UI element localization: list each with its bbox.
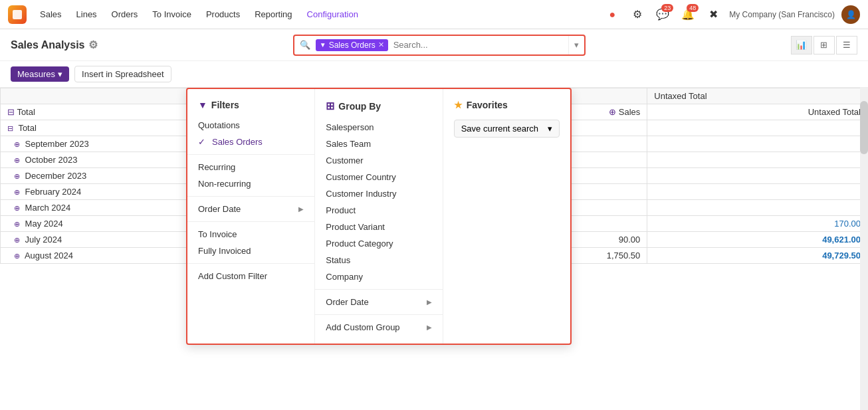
chat-icon-btn[interactable]: 💬 23 <box>653 5 672 24</box>
groupby-product[interactable]: Product <box>315 202 442 219</box>
status-icon-btn[interactable]: ● <box>603 5 621 24</box>
page-title-text: Sales Analysis <box>11 39 84 51</box>
bar-chart-view-button[interactable]: 📊 <box>791 36 812 54</box>
nav-right-area: ● ⚙ 💬 23 🔔 48 ✖ My Company (San Francisc… <box>603 5 860 24</box>
groupby-order-date[interactable]: Order Date ▶ <box>315 294 442 310</box>
activity-icon-btn[interactable]: 🔔 48 <box>679 5 697 24</box>
groupby-order-date-arrow-icon: ▶ <box>427 298 432 306</box>
filters-divider-2 <box>187 196 314 197</box>
groupby-add-custom-label: Add Custom Group <box>326 322 399 332</box>
filters-header: ▼ Filters <box>187 97 314 117</box>
groupby-customer-country[interactable]: Customer Country <box>315 169 442 185</box>
groupby-customer[interactable]: Customer <box>315 152 442 169</box>
groupby-salesperson[interactable]: Salesperson <box>315 119 442 136</box>
groupby-header-label: Group By <box>338 101 381 112</box>
toolbar: Measures ▾ Insert in Spreadsheet <box>0 61 868 88</box>
save-search-label: Save current search <box>461 124 538 134</box>
groupby-header: ⊞ Group By <box>315 97 442 119</box>
search-bar: 🔍 ▼ Sales Orders ✕ ▾ <box>293 35 586 56</box>
groupby-column: ⊞ Group By Salesperson Sales Team Custom… <box>315 89 443 344</box>
filters-funnel-icon: ▼ <box>198 100 207 110</box>
filter-funnel-icon: ▼ <box>320 41 326 49</box>
groupby-status[interactable]: Status <box>315 252 442 268</box>
groupby-customer-industry[interactable]: Customer Industry <box>315 185 442 202</box>
measures-button[interactable]: Measures ▾ <box>11 66 69 82</box>
filter-sales-orders[interactable]: Sales Orders <box>187 134 314 150</box>
filter-fully-invoiced[interactable]: Fully Invoiced <box>187 243 314 259</box>
view-buttons: 📊 ⊞ ☰ <box>791 36 857 54</box>
tools-icon-btn[interactable]: ✖ <box>704 5 722 24</box>
page-header: Sales Analysis ⚙ 🔍 ▼ Sales Orders ✕ ▾ 📊 … <box>0 29 868 61</box>
top-navigation: Sales Lines Orders To Invoice Products R… <box>0 0 868 29</box>
company-name: My Company (San Francisco) <box>729 10 835 19</box>
filters-header-label: Filters <box>211 100 239 110</box>
search-filter-close-icon[interactable]: ✕ <box>378 41 384 49</box>
search-filter-tag: ▼ Sales Orders ✕ <box>316 39 388 51</box>
favorites-column: ★ Favorites Save current search ▾ <box>443 89 570 344</box>
groupby-divider-1 <box>315 289 442 290</box>
nav-item-invoice[interactable]: To Invoice <box>150 8 194 21</box>
filters-divider-3 <box>187 221 314 222</box>
groupby-icon: ⊞ <box>326 100 334 112</box>
main-menu: Sales Lines Orders To Invoice Products R… <box>37 8 592 21</box>
chat-badge: 23 <box>661 4 673 12</box>
page-settings-icon[interactable]: ⚙ <box>88 39 98 51</box>
filter-add-custom[interactable]: Add Custom Filter <box>187 268 314 284</box>
groupby-order-date-label: Order Date <box>326 297 368 307</box>
save-current-search-button[interactable]: Save current search ▾ <box>454 120 560 138</box>
dropdown-overlay: ▼ Filters Quotations Sales Orders Recurr… <box>0 88 868 410</box>
measures-dropdown-icon: ▾ <box>58 69 62 79</box>
filter-order-date[interactable]: Order Date ▶ <box>187 201 314 217</box>
filter-order-date-arrow-icon: ▶ <box>298 205 304 213</box>
groupby-product-category[interactable]: Product Category <box>315 235 442 252</box>
nav-item-lines[interactable]: Lines <box>74 8 100 21</box>
app-logo[interactable] <box>8 5 27 24</box>
user-avatar[interactable]: 👤 <box>841 5 860 24</box>
search-icon: 🔍 <box>294 40 316 50</box>
filter-non-recurring[interactable]: Non-recurring <box>187 175 314 192</box>
nav-item-reporting[interactable]: Reporting <box>252 8 294 21</box>
nav-item-orders[interactable]: Orders <box>109 8 141 21</box>
star-icon: ★ <box>454 100 463 110</box>
filters-column: ▼ Filters Quotations Sales Orders Recurr… <box>187 89 315 344</box>
filter-quotations[interactable]: Quotations <box>187 117 314 134</box>
search-dropdown-panel: ▼ Filters Quotations Sales Orders Recurr… <box>186 88 572 345</box>
filters-divider-4 <box>187 263 314 264</box>
filters-divider-1 <box>187 154 314 155</box>
settings-icon-btn[interactable]: ⚙ <box>628 5 647 24</box>
filter-order-date-label: Order Date <box>198 204 241 214</box>
main-area: Total Sales Untaxed Total ⊟ Total ⊕ Sale… <box>0 88 868 410</box>
groupby-product-variant[interactable]: Product Variant <box>315 219 442 235</box>
search-input[interactable] <box>388 40 568 50</box>
groupby-divider-2 <box>315 314 442 315</box>
save-search-arrow-icon: ▾ <box>548 124 552 134</box>
filter-to-invoice[interactable]: To Invoice <box>187 226 314 243</box>
favorites-header: ★ Favorites <box>443 97 570 117</box>
nav-item-sales[interactable]: Sales <box>37 8 64 21</box>
nav-item-configuration[interactable]: Configuration <box>304 8 361 21</box>
list-view-button[interactable]: ☰ <box>836 36 857 54</box>
activity-badge: 48 <box>687 4 699 12</box>
groupby-company[interactable]: Company <box>315 268 442 285</box>
table-view-button[interactable]: ⊞ <box>814 36 835 54</box>
favorites-header-label: Favorites <box>467 100 508 110</box>
groupby-add-custom-arrow-icon: ▶ <box>427 324 432 331</box>
filter-recurring[interactable]: Recurring <box>187 159 314 175</box>
measures-label: Measures <box>17 69 55 79</box>
search-dropdown-button[interactable]: ▾ <box>568 36 584 54</box>
search-filter-label: Sales Orders <box>329 41 376 50</box>
nav-item-products[interactable]: Products <box>203 8 243 21</box>
insert-spreadsheet-button[interactable]: Insert in Spreadsheet <box>74 66 171 82</box>
search-bar-container: 🔍 ▼ Sales Orders ✕ ▾ <box>293 35 586 56</box>
groupby-sales-team[interactable]: Sales Team <box>315 136 442 152</box>
groupby-add-custom[interactable]: Add Custom Group ▶ <box>315 319 442 336</box>
page-title-area: Sales Analysis ⚙ <box>11 39 98 51</box>
